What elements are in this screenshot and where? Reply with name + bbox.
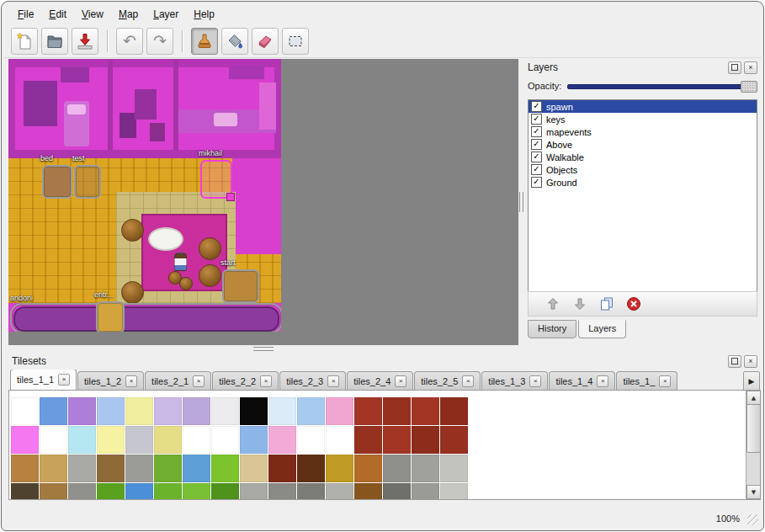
open-button[interactable]: [41, 28, 68, 55]
tile-0-6[interactable]: [183, 397, 210, 425]
resize-grip[interactable]: [747, 514, 758, 525]
tab-close-icon[interactable]: ×: [395, 375, 406, 387]
tile-3-11[interactable]: [326, 483, 353, 500]
save-button[interactable]: [72, 28, 98, 55]
layers-close-button[interactable]: ×: [744, 61, 757, 74]
tile-0-14[interactable]: [412, 397, 439, 425]
layer-row-Objects[interactable]: ✓Objects: [529, 163, 757, 176]
tile-1-9[interactable]: [268, 426, 296, 454]
raise-layer-button[interactable]: [544, 295, 562, 313]
map-object-couch[interactable]: [10, 303, 281, 332]
eraser-button[interactable]: [252, 28, 279, 55]
map-object-entr[interactable]: [96, 301, 125, 332]
object-resize-handle[interactable]: [226, 193, 235, 201]
tile-1-6[interactable]: [183, 426, 210, 454]
layer-row-keys[interactable]: ✓keys: [529, 113, 757, 125]
map-object-start[interactable]: [222, 269, 259, 303]
bucket-fill-button[interactable]: [221, 28, 248, 55]
tab-close-icon[interactable]: ×: [125, 375, 137, 387]
tile-3-4[interactable]: [125, 483, 153, 500]
tileset-scrollbar[interactable]: ▲ ▼: [746, 391, 760, 499]
tile-0-1[interactable]: [40, 397, 67, 425]
rect-select-button[interactable]: [282, 28, 309, 55]
tab-layers[interactable]: Layers: [578, 320, 626, 338]
map-object-bed[interactable]: [42, 165, 72, 199]
layer-row-mapevents[interactable]: ✓mapevents: [529, 125, 757, 138]
map-object-mikhail[interactable]: [200, 160, 232, 199]
tile-1-12[interactable]: [354, 426, 382, 454]
tileset-tab-tiles_2_2[interactable]: tiles_2_2×: [212, 371, 279, 390]
tilesets-float-button[interactable]: [728, 355, 741, 368]
layer-row-Ground[interactable]: ✓Ground: [529, 176, 757, 189]
tile-2-11[interactable]: [326, 455, 353, 482]
layer-row-Above[interactable]: ✓Above: [529, 138, 757, 151]
tab-scroll-right-button[interactable]: ▶: [743, 371, 760, 391]
menu-map[interactable]: Map: [111, 6, 146, 23]
scroll-down-button[interactable]: ▼: [746, 485, 761, 499]
tile-2-14[interactable]: [412, 455, 439, 482]
tileset-tab-tiles_2_3[interactable]: tiles_2_3×: [279, 371, 346, 390]
tileset-tab-tiles_2_4[interactable]: tiles_2_4×: [347, 371, 413, 390]
tile-1-1[interactable]: [40, 426, 67, 454]
tab-close-icon[interactable]: ×: [58, 374, 70, 386]
tile-0-15[interactable]: [440, 397, 468, 425]
layers-float-button[interactable]: [728, 61, 741, 74]
tile-0-5[interactable]: [154, 397, 182, 425]
tilesets-close-button[interactable]: ×: [744, 355, 757, 368]
layer-row-Walkable[interactable]: ✓Walkable: [529, 151, 757, 163]
tile-3-14[interactable]: [412, 483, 439, 500]
tile-0-3[interactable]: [97, 397, 125, 425]
tile-2-2[interactable]: [68, 455, 96, 482]
lower-layer-button[interactable]: [571, 295, 589, 313]
layer-row-spawn[interactable]: ✓spawn: [529, 100, 757, 113]
menu-help[interactable]: Help: [186, 6, 222, 23]
tile-3-6[interactable]: [183, 483, 210, 500]
tile-1-13[interactable]: [383, 426, 411, 454]
map-object-test[interactable]: [74, 165, 101, 199]
tile-2-9[interactable]: [268, 455, 296, 482]
duplicate-layer-button[interactable]: [598, 295, 616, 313]
slider-handle[interactable]: [741, 81, 757, 93]
tile-1-15[interactable]: [440, 426, 468, 454]
undo-button[interactable]: ↶: [116, 28, 143, 55]
scroll-thumb[interactable]: [746, 404, 761, 453]
layer-visibility-checkbox[interactable]: ✓: [531, 139, 542, 150]
tileset-tab-tiles_1_[interactable]: tiles_1_×: [616, 371, 677, 390]
tile-0-9[interactable]: [268, 397, 296, 425]
tile-2-15[interactable]: [440, 455, 468, 482]
stamp-brush-button[interactable]: [191, 28, 218, 55]
layer-visibility-checkbox[interactable]: ✓: [531, 177, 542, 188]
layer-visibility-checkbox[interactable]: ✓: [531, 164, 542, 175]
layer-visibility-checkbox[interactable]: ✓: [531, 126, 542, 137]
menu-edit[interactable]: Edit: [41, 6, 74, 23]
delete-layer-button[interactable]: [624, 295, 643, 313]
new-file-button[interactable]: [11, 28, 38, 55]
tile-1-2[interactable]: [68, 426, 96, 454]
tab-close-icon[interactable]: ×: [597, 375, 608, 387]
tile-3-1[interactable]: [40, 483, 67, 500]
tile-2-13[interactable]: [383, 455, 411, 482]
tile-1-7[interactable]: [211, 426, 239, 454]
tileset-tab-tiles_1_1[interactable]: tiles_1_1×: [10, 370, 77, 390]
tile-2-1[interactable]: [40, 455, 67, 482]
tab-history[interactable]: History: [528, 320, 576, 338]
tile-3-9[interactable]: [268, 483, 296, 500]
redo-button[interactable]: ↷: [146, 28, 173, 55]
tileset-tab-tiles_1_2[interactable]: tiles_1_2×: [77, 371, 144, 390]
tile-3-5[interactable]: [154, 483, 182, 500]
tile-3-8[interactable]: [240, 483, 268, 500]
tile-0-4[interactable]: [125, 397, 153, 425]
map-canvas[interactable]: bedtestmikhailstartentr...andoni: [8, 59, 281, 332]
tile-0-10[interactable]: [297, 397, 325, 425]
tile-1-8[interactable]: [240, 426, 268, 454]
tile-3-15[interactable]: [440, 483, 468, 500]
tile-0-8[interactable]: [240, 397, 268, 425]
tile-1-0[interactable]: [11, 426, 39, 454]
tab-close-icon[interactable]: ×: [260, 375, 272, 387]
tile-2-10[interactable]: [297, 455, 325, 482]
tileset-tab-tiles_1_4[interactable]: tiles_1_4×: [549, 371, 615, 390]
menu-view[interactable]: View: [74, 6, 111, 23]
tile-0-12[interactable]: [354, 397, 382, 425]
tileset-tab-tiles_2_1[interactable]: tiles_2_1×: [145, 371, 211, 390]
tile-3-7[interactable]: [211, 483, 239, 500]
